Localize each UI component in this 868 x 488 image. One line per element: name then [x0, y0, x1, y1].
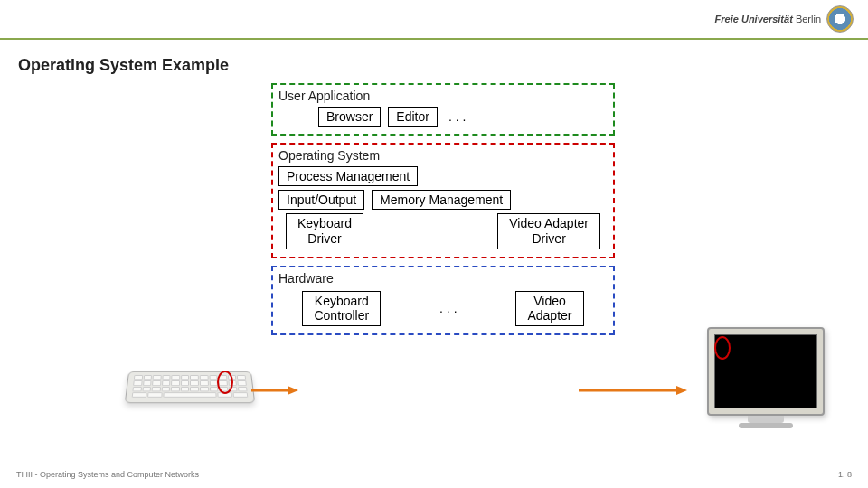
editor-box: Editor	[388, 107, 438, 127]
header-divider	[0, 38, 868, 40]
diagram: User Application Browser Editor . . . Op…	[271, 83, 615, 343]
io-box: Input/Output	[278, 190, 364, 210]
logo-text: Freie Universität Berlin	[715, 14, 821, 24]
memory-mgmt-box: Memory Management	[372, 190, 511, 210]
footer-right: 1. 8	[838, 470, 852, 479]
hw-title: Hardware	[278, 271, 608, 286]
arrow-adapter-to-monitor-icon	[579, 384, 687, 397]
page-title: Operating System Example	[18, 56, 229, 75]
seal-icon	[826, 5, 854, 33]
hardware-layer: Hardware Keyboard Controller . . . Video…	[271, 266, 615, 336]
browser-box: Browser	[318, 107, 381, 127]
ua-title: User Application	[278, 89, 608, 103]
keyboard-controller-box: Keyboard Controller	[302, 291, 381, 327]
svg-marker-1	[288, 386, 298, 395]
keyboard-icon	[127, 369, 253, 412]
highlight-circle-icon	[217, 371, 233, 394]
process-mgmt-box: Process Management	[278, 166, 418, 186]
arrow-keyboard-to-controller-icon	[251, 384, 298, 397]
video-adapter-box: Video Adapter	[515, 291, 583, 327]
footer-left: TI III - Operating Systems and Computer …	[16, 470, 199, 479]
ua-row: Browser Editor . . .	[278, 107, 608, 127]
os-row2: Input/Output Memory Management	[278, 190, 608, 210]
monitor-icon	[698, 327, 834, 428]
video-driver-box: Video Adapter Driver	[497, 213, 600, 249]
ellipsis: . . .	[445, 109, 469, 124]
os-row3: Keyboard Driver Video Adapter Driver	[278, 213, 608, 249]
svg-marker-3	[676, 386, 687, 395]
keyboard-driver-box: Keyboard Driver	[286, 213, 363, 249]
hw-row: Keyboard Controller . . . Video Adapter	[278, 291, 608, 327]
university-logo: Freie Universität Berlin	[715, 5, 854, 33]
highlight-circle-icon	[714, 336, 731, 360]
os-title: Operating System	[278, 148, 608, 163]
ellipsis: . . .	[436, 301, 460, 315]
user-application-layer: User Application Browser Editor . . .	[271, 83, 615, 136]
os-row1: Process Management	[278, 166, 608, 186]
operating-system-layer: Operating System Process Management Inpu…	[271, 143, 615, 258]
